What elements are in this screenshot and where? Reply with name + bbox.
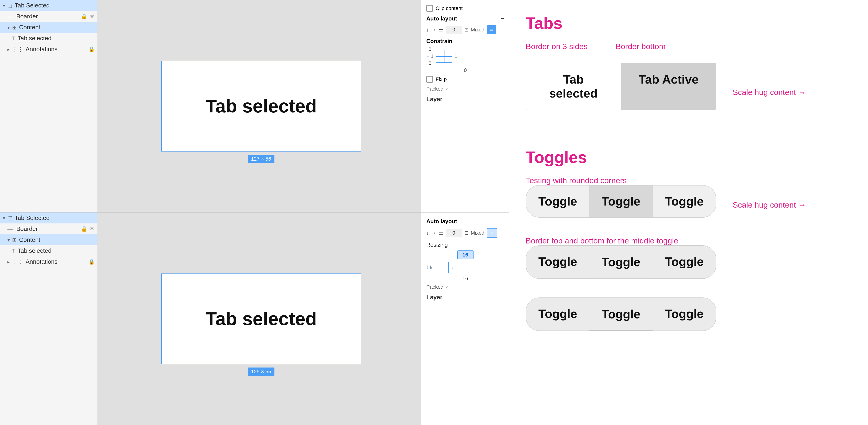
padding-top-input[interactable]: 16 [457, 250, 473, 259]
al-down-arrow-2[interactable]: ↓ [426, 230, 429, 236]
layer-item-boarder-2[interactable]: — Boarder 🔒 👁 [0, 223, 97, 234]
auto-layout-minus[interactable]: − [501, 15, 504, 22]
packed-row: Packed ∨ [426, 86, 504, 92]
layer-label-boarder-1: Boarder [16, 13, 38, 20]
constraints-section: Constrain 0 − 1 0 [426, 38, 504, 73]
scale-hug-label-tabs: Scale hug content → [733, 88, 806, 97]
tabs-demo-row: Tab selected Tab Active Scale hug conten… [526, 63, 852, 122]
auto-layout-header: Auto layout − [426, 15, 504, 22]
layer-label-tab-text-1: Tab selected [18, 35, 52, 42]
toggles-row-1: Toggle Toggle Toggle Scale hug content → [526, 185, 852, 225]
al-resize-icon-2[interactable]: ⊡ [464, 230, 468, 236]
toggle-item-2-1[interactable]: Toggle [526, 246, 589, 278]
al-down-arrow[interactable]: ↓ [426, 27, 429, 33]
layer-item-annotations-2[interactable]: ▸ ⋮⋮ Annotations 🔒 [0, 256, 97, 267]
al-spacing-input-2[interactable]: 0 [446, 229, 462, 237]
constraint-right-val: 1 [455, 53, 457, 59]
toggle-item-3-1[interactable]: Toggle [526, 298, 589, 331]
layer-item-tab-selected-2[interactable]: ▾ ⬚ Tab Selected [0, 213, 97, 223]
al-blue-btn[interactable]: ≡ [487, 25, 496, 34]
tabs-title: Tabs [526, 14, 852, 33]
toggle-item-2-2[interactable]: Toggle [589, 246, 653, 278]
constraint-box [436, 50, 452, 63]
al-right-arrow-2[interactable]: → [431, 230, 436, 236]
constraints-label: Constrain [426, 38, 504, 45]
constraint-left-dash: − [426, 53, 429, 59]
layer-label-boarder-2: Boarder [16, 225, 38, 232]
scale-hug-container: Scale hug content → [716, 63, 806, 122]
toggle-item-3-3[interactable]: Toggle [653, 298, 716, 331]
scale-hug-label-toggles: Scale hug content → [733, 200, 806, 209]
eye-icon-1: 👁 [90, 13, 95, 20]
layer-label-content-1: Content [19, 24, 40, 31]
border-middle-label: Border top and bottom for the middle tog… [526, 236, 678, 245]
layer-label-tab-selected-2: Tab Selected [14, 215, 50, 222]
padding-bottom-row: 16 [426, 276, 504, 282]
chevron-icon: ▾ [3, 3, 5, 8]
auto-layout-minus-2[interactable]: − [501, 218, 504, 225]
left-panel: ▾ ⬚ Tab Selected — Boarder 🔒 👁 ▾ ⊞ Conte… [0, 0, 509, 425]
fix-position-checkbox[interactable] [426, 76, 433, 83]
al-right-arrow[interactable]: → [431, 27, 436, 33]
constraint-numbers-left: 0 − 1 0 [426, 46, 434, 66]
text-icon-2: T [12, 248, 15, 254]
packed-dropdown-arrow-bottom[interactable]: ∨ [445, 284, 448, 289]
toggle-item-3-2[interactable]: Toggle [589, 298, 653, 331]
al-lines-icon-2[interactable]: ⚌ [439, 230, 443, 236]
left-chevron: › [431, 265, 432, 270]
canvas-area-bottom: Tab selected 125 × 55 [100, 213, 422, 425]
tab-demo-selected[interactable]: Tab selected [526, 63, 621, 110]
lock-icon-1: 🔒 [81, 13, 87, 20]
layer-item-tab-selected-1[interactable]: ▾ ⬚ Tab Selected [0, 0, 97, 11]
packed-label-bottom: Packed [426, 284, 443, 290]
al-resize-icon[interactable]: ⊡ [464, 27, 468, 33]
top-frame-section: ▾ ⬚ Tab Selected — Boarder 🔒 👁 ▾ ⊞ Conte… [0, 0, 509, 213]
lock-icon-ann1: 🔒 [88, 46, 95, 52]
layer-item-tab-selected-text-2[interactable]: T Tab selected [0, 245, 97, 256]
layer-item-content-1[interactable]: ▾ ⊞ Content [0, 22, 97, 33]
layer-item-boarder-1[interactable]: — Boarder 🔒 👁 [0, 11, 97, 22]
toggle-item-1-1[interactable]: Toggle [526, 186, 589, 217]
layer-item-annotations-1[interactable]: ▸ ⋮⋮ Annotations 🔒 [0, 44, 97, 55]
toggle-demo-2: Toggle Toggle Toggle [526, 245, 716, 279]
resizing-label: Resizing [426, 242, 448, 248]
props-panel-top: Clip content Auto layout − ↓ → ⚌ 0 ⊡ Mix… [421, 0, 509, 212]
eye-icon-2: 👁 [90, 226, 95, 232]
toggles-row-3: Toggle Toggle Toggle [526, 298, 852, 338]
padding-top-row: 16 [426, 250, 504, 259]
layer-item-tab-selected-text-1[interactable]: T Tab selected [0, 33, 97, 44]
packed-dropdown-arrow[interactable]: ∨ [445, 86, 448, 91]
constraints-layout: 0 − 1 0 1 [426, 46, 504, 66]
al-blue-btn-2[interactable]: ≡ [487, 228, 497, 238]
scale-hug-container-2: Scale hug content → [716, 185, 806, 225]
layer-label-annotations-1: Annotations [26, 46, 57, 53]
layer-label-tab-text-2: Tab selected [18, 247, 52, 254]
constraint-top-val: 0 [426, 46, 434, 52]
tab-frame-wrapper-bottom: Tab selected 125 × 55 [161, 274, 361, 364]
divider-1 [526, 136, 852, 136]
al-mixed-label-2: Mixed [471, 230, 485, 236]
toggles-title: Toggles [526, 148, 852, 167]
layer-item-content-2[interactable]: ▾ ⊞ Content [0, 234, 97, 245]
constraint-bottom-center: 0 [426, 67, 504, 73]
chevron-icon-ann1: ▸ [7, 47, 10, 52]
clip-content-checkbox[interactable] [426, 5, 433, 12]
al-lines-icon[interactable]: ⚌ [439, 27, 443, 33]
right-panel: Tabs Border on 3 sides Border bottom Tab… [509, 0, 868, 425]
tabs-demo-container: Tab selected Tab Active [526, 63, 716, 110]
tab-selected-canvas-text-top: Tab selected [205, 95, 317, 117]
tab-demo-active[interactable]: Tab Active [621, 63, 716, 110]
toggle-item-2-3[interactable]: Toggle [653, 246, 716, 278]
al-mixed-label: Mixed [471, 27, 485, 33]
constraint-left-val: 1 [431, 53, 434, 59]
frame-icon: ⬚ [7, 3, 12, 9]
props-panel-bottom: Auto layout − ↓ → ⚌ 0 ⊡ Mixed ≡ Resizing… [421, 213, 509, 425]
tab-frame-top: Tab selected [161, 61, 361, 151]
toggle-item-1-2[interactable]: Toggle [589, 186, 653, 217]
lock-icon-ann2: 🔒 [88, 259, 95, 265]
border-3-sides-label: Border on 3 sides [526, 42, 588, 51]
canvas-area-top: Tab selected 127 × 56 [100, 0, 422, 212]
toggle-item-1-3[interactable]: Toggle [653, 186, 716, 217]
auto-layout-header-2: Auto layout − [426, 218, 504, 225]
al-spacing-input[interactable]: 0 [446, 26, 462, 34]
